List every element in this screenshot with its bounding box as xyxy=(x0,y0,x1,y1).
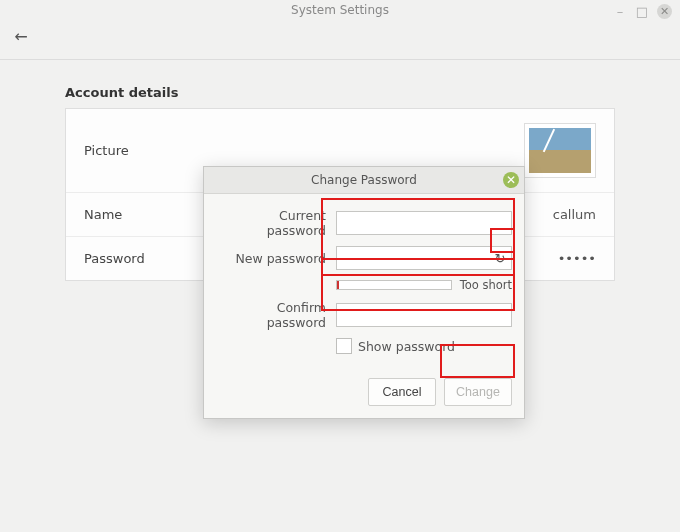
field-current-password: Current password xyxy=(216,208,512,238)
avatar-image xyxy=(529,128,591,173)
password-strength-fill xyxy=(337,281,339,289)
password-strength-row: Too short xyxy=(336,278,512,292)
section-title: Account details xyxy=(65,85,615,100)
avatar-button[interactable] xyxy=(524,123,596,178)
dialog-actions: Cancel Change xyxy=(204,366,524,418)
password-strength-meter xyxy=(336,280,452,290)
close-icon[interactable]: ✕ xyxy=(657,4,672,19)
cancel-button[interactable]: Cancel xyxy=(368,378,436,406)
password-value[interactable]: ••••• xyxy=(558,251,596,266)
change-button[interactable]: Change xyxy=(444,378,512,406)
new-password-label: New password xyxy=(216,251,336,266)
window-controls: – □ ✕ xyxy=(613,3,672,19)
confirm-password-label: Confirm password xyxy=(216,300,336,330)
new-password-input[interactable] xyxy=(336,246,512,270)
dialog-title-bar: Change Password ✕ xyxy=(204,167,524,194)
refresh-icon: ↻ xyxy=(495,251,506,266)
window-title: System Settings xyxy=(291,3,389,17)
password-label: Password xyxy=(84,251,145,266)
field-new-password: New password ↻ xyxy=(216,246,512,270)
dialog-body: Current password New password ↻ Too shor… xyxy=(204,194,524,366)
title-bar: System Settings – □ ✕ xyxy=(0,0,680,21)
arrow-left-icon: ← xyxy=(14,27,27,46)
dialog-title: Change Password xyxy=(311,173,417,187)
name-value[interactable]: callum xyxy=(553,207,596,222)
field-confirm-password: Confirm password xyxy=(216,300,512,330)
show-password-row: Show password xyxy=(336,338,512,354)
show-password-label: Show password xyxy=(358,339,455,354)
name-label: Name xyxy=(84,207,122,222)
show-password-checkbox[interactable] xyxy=(336,338,352,354)
maximize-icon[interactable]: □ xyxy=(635,4,649,18)
toolbar: ← xyxy=(0,21,680,60)
generate-password-button[interactable]: ↻ xyxy=(490,248,510,268)
change-password-dialog: Change Password ✕ Current password New p… xyxy=(203,166,525,419)
current-password-input[interactable] xyxy=(336,211,512,235)
current-password-label: Current password xyxy=(216,208,336,238)
back-button[interactable]: ← xyxy=(10,25,32,47)
confirm-password-input[interactable] xyxy=(336,303,512,327)
picture-label: Picture xyxy=(84,143,129,158)
dialog-close-icon[interactable]: ✕ xyxy=(503,172,519,188)
minimize-icon[interactable]: – xyxy=(613,4,627,18)
password-strength-text: Too short xyxy=(460,278,512,292)
